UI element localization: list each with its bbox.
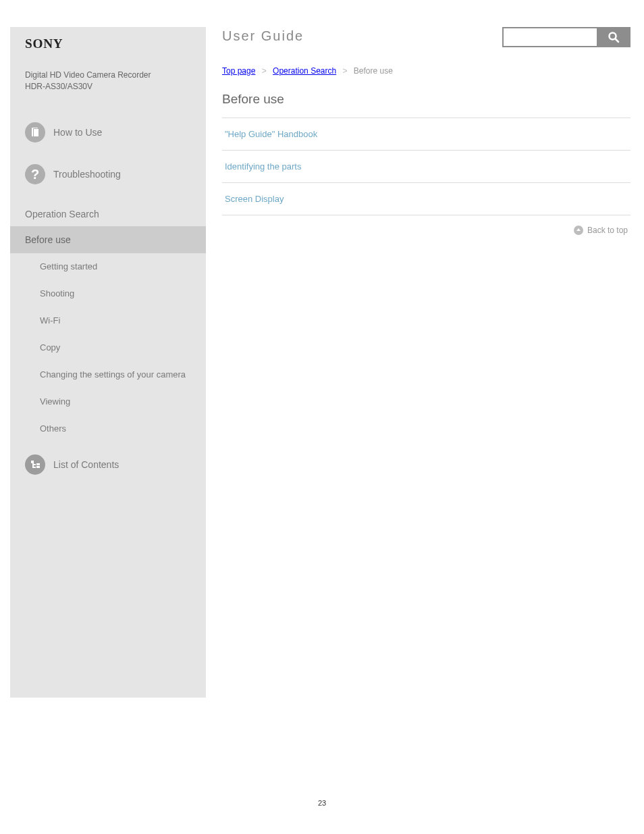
product-line-1: Digital HD Video Camera Recorder	[25, 70, 191, 81]
search-button[interactable]	[597, 27, 630, 47]
brand-logo: SONY	[25, 37, 206, 53]
breadcrumb-sep: >	[343, 66, 348, 76]
link-row: "Help Guide" Handbook	[222, 118, 630, 151]
back-to-top-link[interactable]: Back to top	[574, 226, 628, 235]
svg-text:?: ?	[31, 167, 39, 182]
svg-rect-13	[32, 463, 34, 468]
nav-label: Getting started	[40, 261, 97, 271]
search-icon	[608, 31, 620, 43]
nav-label: Before use	[25, 234, 71, 245]
svg-text:SONY: SONY	[25, 37, 63, 51]
search-form	[502, 27, 630, 47]
breadcrumb-operation[interactable]: Operation Search	[273, 66, 336, 76]
breadcrumb-sep: >	[262, 66, 267, 76]
search-input[interactable]	[502, 27, 597, 47]
page-title: Before use	[222, 92, 630, 107]
svg-rect-9	[34, 464, 36, 465]
nav-label: Others	[40, 423, 66, 434]
sidebar-nav: How to Use ? Troubleshooting Operation S…	[10, 113, 206, 481]
svg-rect-11	[36, 463, 40, 465]
tree-icon	[25, 454, 45, 475]
nav-label: Viewing	[40, 396, 70, 407]
nav-label: Wi-Fi	[40, 315, 60, 325]
link-screen-display[interactable]: Screen Display	[225, 194, 284, 204]
book-icon	[25, 122, 45, 142]
svg-rect-4	[34, 129, 38, 136]
page-number: 23	[0, 799, 644, 807]
nav-label: Shooting	[40, 288, 74, 298]
arrow-up-icon	[574, 226, 583, 235]
nav-how-to-use[interactable]: How to Use	[10, 113, 206, 152]
svg-rect-12	[36, 466, 40, 468]
nav-label: How to Use	[53, 127, 102, 138]
link-row: Screen Display	[222, 183, 630, 215]
product-name: Digital HD Video Camera Recorder HDR-AS3…	[10, 70, 206, 93]
question-icon: ?	[25, 164, 45, 184]
back-to-top: Back to top	[222, 215, 630, 235]
product-line-2: HDR-AS30/AS30V	[25, 81, 191, 93]
link-row: Identifying the parts	[222, 151, 630, 183]
nav-contents[interactable]: List of Contents	[10, 442, 206, 481]
nav-label: Copy	[40, 342, 60, 353]
nav-header-label: Operation Search	[25, 209, 99, 219]
nav-label: Troubleshooting	[53, 169, 121, 180]
svg-rect-8	[31, 461, 34, 463]
link-list: "Help Guide" Handbook Identifying the pa…	[222, 118, 630, 215]
header: User Guide	[222, 27, 630, 47]
breadcrumb: Top page > Operation Search > Before use	[222, 66, 630, 76]
nav-getting-started[interactable]: Getting started	[10, 253, 206, 280]
sidebar: SONY Digital HD Video Camera Recorder HD…	[10, 27, 206, 698]
nav-settings[interactable]: Changing the settings of your camera	[10, 361, 206, 388]
nav-shooting[interactable]: Shooting	[10, 280, 206, 307]
nav-label: Changing the settings of your camera	[40, 369, 186, 380]
nav-copy[interactable]: Copy	[10, 334, 206, 361]
breadcrumb-top[interactable]: Top page	[222, 66, 255, 76]
doc-title: User Guide	[222, 27, 304, 44]
back-to-top-label: Back to top	[587, 226, 628, 235]
main-content: User Guide Top page > Operation Search >…	[206, 27, 630, 698]
nav-operation-header: Operation Search	[10, 197, 206, 226]
nav-viewing[interactable]: Viewing	[10, 388, 206, 415]
nav-others[interactable]: Others	[10, 415, 206, 442]
nav-troubleshooting[interactable]: ? Troubleshooting	[10, 152, 206, 197]
nav-before-use[interactable]: Before use	[10, 226, 206, 253]
svg-line-15	[616, 39, 619, 43]
nav-label: List of Contents	[53, 459, 119, 470]
nav-wifi[interactable]: Wi-Fi	[10, 307, 206, 334]
link-identifying-parts[interactable]: Identifying the parts	[225, 161, 301, 172]
svg-rect-10	[34, 467, 36, 468]
link-help-guide[interactable]: "Help Guide" Handbook	[225, 129, 317, 139]
breadcrumb-current: Before use	[354, 66, 393, 76]
